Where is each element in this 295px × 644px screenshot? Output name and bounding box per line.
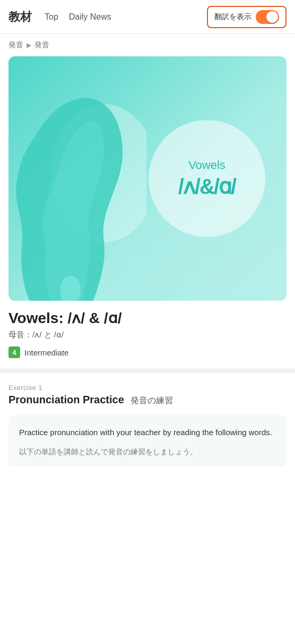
- toggle-track: [256, 10, 279, 24]
- translation-toggle[interactable]: [256, 10, 279, 24]
- header: 教材 Top Daily News 翻訳を表示: [0, 0, 295, 34]
- lesson-title: Vowels: /ʌ/ & /ɑ/: [8, 309, 287, 327]
- speech-area: Vowels /ʌ/&/ɑ/: [149, 120, 265, 237]
- lesson-subtitle: 母音：/ʌ/ と /ɑ/: [8, 330, 287, 340]
- exercise-section: Exercise 1 Pronunciation Practice 発音の練習 …: [0, 373, 295, 475]
- translation-toggle-box[interactable]: 翻訳を表示: [207, 6, 287, 28]
- breadcrumb-item-2: 発音: [34, 40, 49, 50]
- card-text-en: Practice pronunciation with your teacher…: [19, 426, 276, 439]
- vowels-phonemes: /ʌ/&/ɑ/: [178, 174, 236, 199]
- level-text: Intermediate: [24, 348, 68, 357]
- exercise-label: Exercise 1: [8, 384, 287, 392]
- face-silhouette-icon: [8, 78, 146, 301]
- card-text-ja: 以下の単語を講師と読んで発音の練習をしましょう。: [19, 446, 276, 459]
- hero-image: Vowels /ʌ/&/ɑ/: [8, 56, 287, 301]
- level-badge-row: 4 Intermediate: [8, 346, 287, 358]
- exercise-card: Practice pronunciation with your teacher…: [8, 415, 287, 467]
- section-divider: [0, 369, 295, 373]
- breadcrumb-item-1: 発音: [8, 40, 23, 50]
- exercise-title-ja: 発音の練習: [131, 395, 173, 406]
- vowels-label: Vowels: [188, 158, 225, 172]
- toggle-thumb: [266, 11, 278, 23]
- level-number: 4: [8, 346, 20, 358]
- lesson-content: Vowels: /ʌ/ & /ɑ/ 母音：/ʌ/ と /ɑ/ 4 Interme…: [0, 301, 295, 358]
- exercise-title-row: Pronunciation Practice 発音の練習: [8, 394, 287, 406]
- exercise-title-en: Pronunciation Practice: [8, 394, 124, 406]
- logo: 教材: [8, 9, 32, 25]
- translation-label: 翻訳を表示: [214, 12, 251, 22]
- speech-bubble: Vowels /ʌ/&/ɑ/: [149, 120, 265, 237]
- nav-top[interactable]: Top: [45, 12, 58, 22]
- breadcrumb: 発音 ▶ 発音: [0, 34, 295, 54]
- breadcrumb-arrow: ▶: [27, 41, 31, 49]
- nav-daily-news[interactable]: Daily News: [69, 12, 111, 22]
